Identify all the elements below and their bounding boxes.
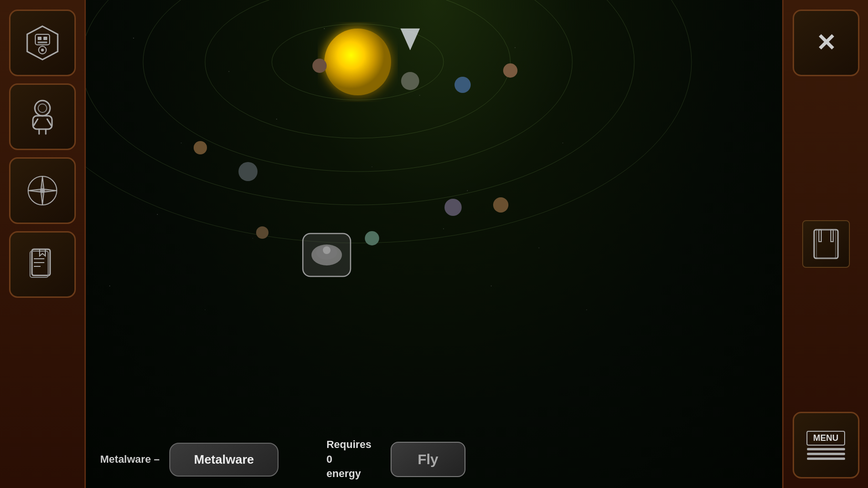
sidebar-btn-ship[interactable] xyxy=(9,10,76,76)
svg-point-31 xyxy=(312,59,327,73)
close-button[interactable]: ✕ xyxy=(793,10,859,76)
svg-point-44 xyxy=(323,246,331,254)
svg-line-11 xyxy=(47,119,51,125)
menu-line-2 xyxy=(807,453,845,455)
destination-prefix-label: Metalware – xyxy=(100,453,160,466)
menu-button[interactable]: MENU xyxy=(793,412,859,478)
svg-rect-48 xyxy=(831,230,833,242)
solar-system-map[interactable] xyxy=(86,0,782,488)
main-area: Metalware – Metalware Requires 0 energy … xyxy=(86,0,782,488)
svg-marker-23 xyxy=(40,249,45,256)
sidebar-btn-crew[interactable] xyxy=(9,83,76,150)
svg-marker-30 xyxy=(401,29,420,50)
svg-point-6 xyxy=(41,49,44,51)
svg-point-40 xyxy=(365,231,379,245)
destination-button[interactable]: Metalware xyxy=(169,443,279,477)
sidebar-btn-log[interactable] xyxy=(9,231,76,298)
right-sidebar: ✕ MENU xyxy=(782,0,868,488)
left-sidebar xyxy=(0,0,86,488)
svg-rect-4 xyxy=(38,41,47,43)
svg-rect-45 xyxy=(814,230,838,258)
svg-rect-3 xyxy=(43,37,47,40)
fly-button[interactable]: Fly xyxy=(391,442,465,477)
menu-line-3 xyxy=(807,458,845,460)
svg-line-10 xyxy=(34,119,38,125)
svg-point-38 xyxy=(493,197,508,213)
svg-point-28 xyxy=(86,0,692,243)
menu-line-1 xyxy=(807,448,845,450)
panel-icon[interactable] xyxy=(802,220,850,268)
root: Metalware – Metalware Requires 0 energy … xyxy=(0,0,868,488)
svg-point-36 xyxy=(238,162,258,181)
svg-point-32 xyxy=(401,72,419,90)
svg-point-8 xyxy=(38,104,47,112)
svg-point-7 xyxy=(35,101,50,116)
menu-label: MENU xyxy=(806,431,845,446)
svg-rect-2 xyxy=(38,37,41,40)
svg-point-35 xyxy=(194,141,207,154)
sidebar-btn-galaxy[interactable] xyxy=(9,157,76,224)
svg-point-29 xyxy=(324,29,391,95)
svg-point-34 xyxy=(503,63,517,78)
svg-rect-47 xyxy=(819,230,821,242)
svg-point-33 xyxy=(455,77,471,93)
bottom-bar: Metalware – Metalware Requires 0 energy … xyxy=(86,431,782,488)
energy-info: Requires 0 energy xyxy=(326,437,371,481)
svg-point-37 xyxy=(444,199,462,216)
svg-marker-17 xyxy=(33,181,52,200)
svg-point-39 xyxy=(256,226,269,239)
